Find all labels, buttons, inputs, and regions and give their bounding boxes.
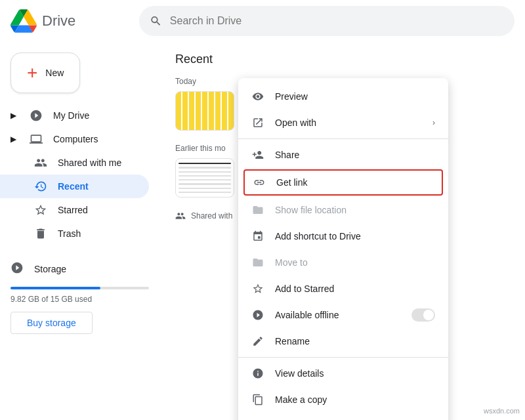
menu-divider-1 <box>238 138 448 139</box>
menu-item-make-copy[interactable]: Make a copy <box>238 387 448 413</box>
search-icon <box>150 14 162 28</box>
rename-label: Rename <box>275 336 310 346</box>
sidebar: + New ▶ My Drive ▶ Computers Shared with <box>0 42 159 420</box>
file-thumb-1 <box>175 91 234 131</box>
recent-icon <box>34 180 47 193</box>
menu-item-add-starred[interactable]: Add to Starred <box>238 276 448 302</box>
file-card-1[interactable] <box>175 91 234 133</box>
storage-used-text: 9.82 GB of 15 GB used <box>10 295 149 304</box>
available-offline-icon <box>251 308 264 322</box>
shared-with-text: Shared with <box>191 211 232 220</box>
new-button[interactable]: + New <box>10 52 80 93</box>
sidebar-label-starred: Starred <box>58 205 88 215</box>
sidebar-label-trash: Trash <box>58 228 81 239</box>
menu-item-report-abuse[interactable]: Report abuse <box>238 413 448 420</box>
show-location-label: Show file location <box>275 205 346 215</box>
drive-logo-icon <box>10 8 37 34</box>
preview-icon <box>251 90 264 103</box>
add-starred-label: Add to Starred <box>275 284 334 294</box>
logo-area: Drive <box>10 8 129 34</box>
storage-bar <box>10 287 100 289</box>
get-link-icon <box>253 176 266 189</box>
menu-item-preview[interactable]: Preview <box>238 83 448 110</box>
menu-item-get-link[interactable]: Get link <box>243 169 443 196</box>
menu-item-open-with[interactable]: Open with › <box>238 110 448 136</box>
show-location-icon <box>251 203 264 217</box>
buy-storage-button[interactable]: Buy storage <box>10 312 93 334</box>
share-label: Share <box>275 150 299 160</box>
menu-item-add-shortcut[interactable]: Add shortcut to Drive <box>238 223 448 249</box>
menu-item-share[interactable]: Share <box>238 142 448 168</box>
my-drive-icon <box>30 109 43 122</box>
view-details-icon <box>251 367 264 380</box>
sidebar-label-computers: Computers <box>53 134 98 144</box>
new-plus-icon: + <box>27 64 37 82</box>
file-thumb-3 <box>175 158 234 198</box>
make-copy-label: Make a copy <box>275 394 327 405</box>
menu-item-view-details[interactable]: View details <box>238 360 448 387</box>
add-shortcut-label: Add shortcut to Drive <box>275 231 361 242</box>
sidebar-item-shared[interactable]: Shared with me <box>0 151 149 175</box>
trash-icon <box>34 227 47 240</box>
preview-label: Preview <box>275 91 308 102</box>
menu-item-move-to: Move to <box>238 249 448 276</box>
menu-item-available-offline[interactable]: Available offline <box>238 302 448 328</box>
computers-icon <box>30 133 43 146</box>
available-offline-label: Available offline <box>275 310 339 320</box>
context-menu: Preview Open with › Share <box>238 78 448 420</box>
search-input[interactable] <box>170 15 504 27</box>
make-copy-icon <box>251 393 264 406</box>
sidebar-label-shared: Shared with me <box>58 158 121 168</box>
menu-divider-2 <box>238 357 448 358</box>
watermark: wsxdn.com <box>484 407 520 415</box>
sidebar-item-my-drive[interactable]: ▶ My Drive <box>0 104 149 127</box>
storage-label: Storage <box>10 256 149 282</box>
open-with-icon <box>251 116 264 129</box>
get-link-label: Get link <box>276 177 307 188</box>
sidebar-item-starred[interactable]: Starred <box>0 198 149 222</box>
open-with-label: Open with <box>275 117 316 128</box>
shared-with-icon <box>175 211 186 221</box>
add-shortcut-icon <box>251 230 264 243</box>
sidebar-label-my-drive: My Drive <box>53 110 89 121</box>
main-layout: + New ▶ My Drive ▶ Computers Shared with <box>0 42 525 420</box>
rename-icon <box>251 335 264 348</box>
share-icon <box>251 148 264 161</box>
view-details-label: View details <box>275 368 324 379</box>
storage-icon <box>10 261 24 276</box>
open-with-chevron: › <box>432 118 435 127</box>
new-button-label: New <box>45 68 64 78</box>
menu-item-rename[interactable]: Rename <box>238 328 448 354</box>
logo-text: Drive <box>42 12 75 30</box>
storage-section: Storage 9.82 GB of 15 GB used Buy storag… <box>0 245 159 339</box>
file-card-3[interactable] <box>175 158 234 200</box>
sidebar-item-computers[interactable]: ▶ Computers <box>0 127 149 151</box>
sidebar-label-recent: Recent <box>58 181 89 192</box>
arrow-icon: ▶ <box>10 111 16 120</box>
header: Drive <box>0 0 525 42</box>
storage-bar-container <box>10 287 149 289</box>
content-area: Recent Today + Earlier this mo <box>159 42 525 420</box>
sidebar-item-trash[interactable]: Trash <box>0 222 149 245</box>
move-to-label: Move to <box>275 257 308 268</box>
add-starred-icon <box>251 282 264 295</box>
offline-toggle[interactable] <box>411 308 435 322</box>
storage-text-label: Storage <box>34 264 66 274</box>
arrow-icon-computers: ▶ <box>10 135 16 144</box>
starred-icon <box>34 203 47 217</box>
menu-item-show-location: Show file location <box>238 197 448 223</box>
search-bar[interactable] <box>139 6 514 36</box>
content-title: Recent <box>175 52 509 66</box>
shared-icon <box>34 156 47 169</box>
sidebar-item-recent[interactable]: Recent <box>0 175 149 198</box>
move-to-icon <box>251 256 264 269</box>
